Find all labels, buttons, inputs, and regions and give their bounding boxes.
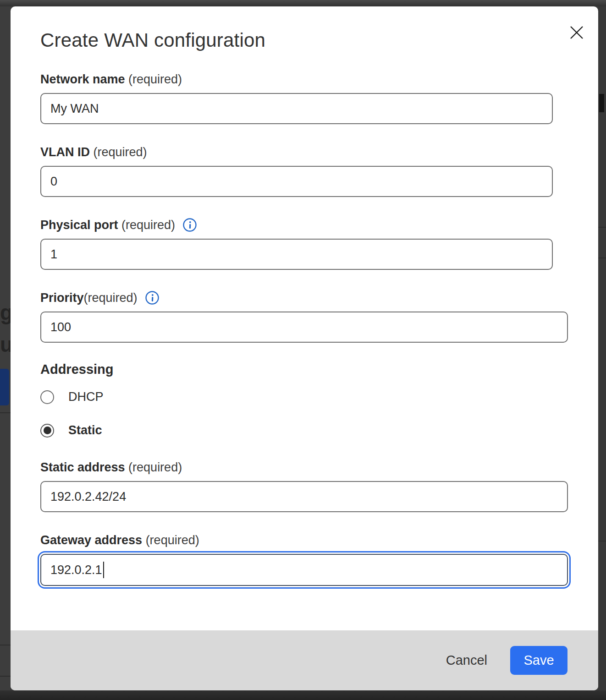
dimmed-divider <box>0 676 11 677</box>
priority-field: Priority(required) <box>40 290 568 343</box>
close-button[interactable] <box>567 24 586 42</box>
save-button[interactable]: Save <box>510 646 567 675</box>
network-name-field: Network name (required) <box>40 71 568 124</box>
static-address-input[interactable] <box>40 481 568 512</box>
physical-port-field: Physical port (required) <box>40 217 568 270</box>
info-icon[interactable] <box>182 218 197 232</box>
dimmed-text-fragment: g <box>0 300 11 325</box>
physical-port-label: Physical port <box>40 217 118 233</box>
radio-selected-icon[interactable] <box>40 424 54 438</box>
info-icon[interactable] <box>145 290 160 305</box>
dimmed-divider <box>0 412 11 413</box>
dimmed-divider <box>598 541 606 541</box>
dialog-footer: Cancel Save <box>11 630 598 690</box>
required-hint: (required) <box>125 459 182 475</box>
cancel-button[interactable]: Cancel <box>446 653 487 668</box>
required-hint: (required) <box>142 532 199 548</box>
addressing-heading: Addressing <box>40 362 568 377</box>
dimmed-divider <box>0 645 11 645</box>
physical-port-input[interactable] <box>40 239 553 270</box>
radio-unselected-icon[interactable] <box>40 390 54 404</box>
required-hint: (required) <box>118 217 176 233</box>
dialog-title: Create WAN configuration <box>40 29 568 51</box>
dimmed-button-fragment <box>0 369 9 405</box>
radio-label-static: Static <box>68 423 102 438</box>
vlan-id-label: VLAN ID <box>40 144 90 160</box>
create-wan-configuration-dialog: Create WAN configuration Network name (r… <box>11 6 598 690</box>
gateway-address-field: Gateway address (required) 192.0.2.1 <box>40 532 568 586</box>
dimmed-divider <box>598 257 606 258</box>
dimmed-divider <box>598 227 606 228</box>
required-hint: (required) <box>84 290 138 306</box>
static-address-field: Static address (required) <box>40 459 568 512</box>
text-cursor <box>103 562 104 578</box>
static-address-label: Static address <box>40 459 125 475</box>
network-name-input[interactable] <box>40 93 553 124</box>
required-hint: (required) <box>125 71 182 87</box>
priority-input[interactable] <box>40 312 568 343</box>
dimmed-text-fragment: u <box>0 332 11 357</box>
vlan-id-input[interactable] <box>40 166 553 197</box>
required-hint: (required) <box>90 144 147 160</box>
addressing-option-dhcp[interactable]: DHCP <box>40 390 568 404</box>
addressing-option-static[interactable]: Static <box>40 423 568 438</box>
gateway-address-input[interactable]: 192.0.2.1 <box>40 554 568 586</box>
close-icon <box>569 25 584 42</box>
gateway-address-value: 192.0.2.1 <box>50 563 102 577</box>
network-name-label: Network name <box>40 71 125 87</box>
dimmed-page-top <box>0 0 606 6</box>
vlan-id-field: VLAN ID (required) <box>40 144 568 197</box>
priority-label: Priority <box>40 290 84 306</box>
dimmed-page-bottom <box>0 690 606 700</box>
radio-label-dhcp: DHCP <box>68 390 104 404</box>
dimmed-fragment <box>599 94 604 112</box>
gateway-address-label: Gateway address <box>40 532 142 548</box>
